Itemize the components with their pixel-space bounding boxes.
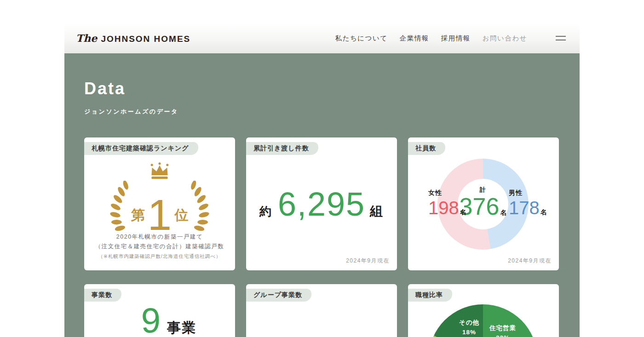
card-businesses: 事業数 9 事業 (84, 284, 235, 337)
rank-desc-line2: （注文住宅＆建売住宅の合計）建築確認戸数 (84, 242, 235, 251)
rank-row: 第 1 位 (84, 181, 235, 232)
page-title: Data (84, 53, 560, 98)
card-group-badge: グループ事業数 (246, 289, 311, 302)
card-employees: 社員数 計 376 名 女性 198 名 (408, 137, 559, 270)
handover-as-of: 2024年9月現在 (346, 257, 390, 265)
nav-company[interactable]: 企業情報 (400, 34, 429, 43)
businesses-value-row: 9 事業 (93, 303, 235, 337)
card-job-ratio-badge: 職種比率 (408, 289, 452, 302)
handover-prefix: 約 (259, 204, 272, 220)
data-section: Data ジョンソンホームズのデータ 札幌市住宅建築確認ランキング (64, 53, 580, 337)
businesses-unit: 事業 (167, 319, 196, 337)
site-header: The JOHNSON HOMES 私たちについて 企業情報 採用情報 お問い合… (64, 23, 580, 53)
card-ranking-badge: 札幌市住宅建築確認ランキング (84, 142, 198, 155)
rank-number: 1 (148, 195, 172, 235)
logo-script-the: The (76, 32, 97, 44)
logo[interactable]: The JOHNSON HOMES (76, 32, 190, 44)
card-ranking: 札幌市住宅建築確認ランキング (84, 137, 235, 270)
laurel-left-icon (109, 181, 130, 232)
rank-suffix: 位 (174, 206, 188, 225)
rank-visual: 第 1 位 (84, 162, 235, 232)
nav-contact[interactable]: お問い合わせ (483, 34, 527, 43)
rank-desc-line1: 2020年札幌市の新築一戸建て (84, 232, 235, 242)
employees-male-block: 男性 178 名 (509, 189, 547, 218)
hamburger-menu-icon[interactable] (556, 34, 566, 42)
pie-label-other: その他 18% (452, 318, 486, 337)
page-subtitle: ジョンソンホームズのデータ (84, 108, 560, 116)
card-handover: 累計引き渡し件数 約 6,295 組 2024年9月現在 (246, 137, 397, 270)
pie-label-other-name: その他 (452, 318, 486, 328)
employees-male-unit: 名 (540, 208, 547, 217)
pie-label-sales: 住宅営業 23% (485, 324, 520, 337)
crown-icon (149, 162, 171, 180)
rank-description: 2020年札幌市の新築一戸建て （注文住宅＆建売住宅の合計）建築確認戸数 （※札… (84, 232, 235, 260)
group-value-row: 26 事業 (255, 332, 397, 337)
rank-prefix: 第 (131, 206, 145, 225)
pie-label-sales-name: 住宅営業 (485, 324, 520, 333)
card-job-ratio: 職種比率 その他 18% 住宅営業 23% (408, 284, 559, 337)
employees-as-of: 2024年9月現在 (508, 257, 552, 265)
employees-female-value: 198 (428, 198, 459, 218)
logo-name: JOHNSON HOMES (101, 34, 190, 44)
handover-value: 6,295 (278, 188, 365, 221)
card-employees-badge: 社員数 (408, 142, 445, 155)
top-whitespace (64, 0, 580, 23)
businesses-value: 9 (141, 303, 161, 337)
employees-female-label: 女性 (428, 189, 466, 197)
card-group-businesses: グループ事業数 26 事業 (246, 284, 397, 337)
card-businesses-badge: 事業数 (84, 289, 121, 302)
group-value: 26 (293, 332, 334, 337)
site-container: The JOHNSON HOMES 私たちについて 企業情報 採用情報 お問い合… (64, 0, 580, 337)
handover-unit: 組 (370, 203, 384, 220)
employees-male-value: 178 (509, 198, 540, 218)
page: The JOHNSON HOMES 私たちについて 企業情報 採用情報 お問い合… (0, 0, 644, 337)
nav-recruit[interactable]: 採用情報 (441, 34, 471, 43)
rank-desc-line3: （※札幌市内建築確認戸数/北海道住宅通信社調べ） (84, 253, 235, 260)
employees-total-unit: 名 (500, 209, 506, 217)
pie-label-other-pct: 18% (452, 328, 486, 337)
employees-male-label: 男性 (509, 189, 547, 197)
stats-grid: 札幌市住宅建築確認ランキング (84, 137, 560, 337)
pie-label-sales-pct: 23% (485, 333, 520, 337)
main-nav: 私たちについて 企業情報 採用情報 お問い合わせ (335, 34, 566, 43)
employees-female-block: 女性 198 名 (428, 189, 466, 218)
laurel-right-icon (189, 181, 210, 232)
nav-about[interactable]: 私たちについて (335, 34, 388, 43)
handover-value-row: 約 6,295 組 (246, 137, 397, 270)
employees-female-unit: 名 (460, 208, 466, 217)
